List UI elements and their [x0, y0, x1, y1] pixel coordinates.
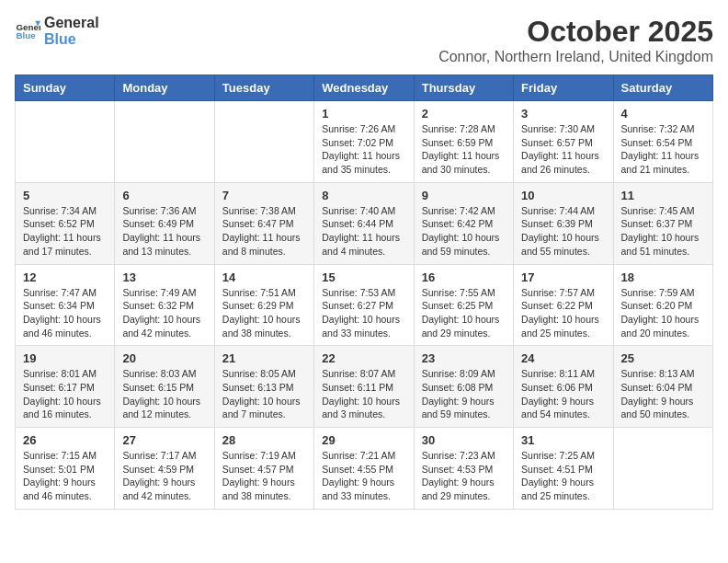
day-number: 29 — [322, 433, 405, 447]
day-number: 5 — [23, 189, 107, 202]
calendar-table: SundayMondayTuesdayWednesdayThursdayFrid… — [15, 75, 713, 510]
day-number: 22 — [322, 351, 405, 365]
header-thursday: Thursday — [414, 75, 513, 101]
calendar-cell: 18Sunrise: 7:59 AM Sunset: 6:20 PM Dayli… — [613, 264, 712, 346]
header-monday: Monday — [115, 75, 214, 101]
day-info: Sunrise: 7:59 AM Sunset: 6:20 PM Dayligh… — [621, 286, 705, 340]
calendar-body: 1Sunrise: 7:26 AM Sunset: 7:02 PM Daylig… — [16, 101, 713, 510]
calendar-cell — [16, 101, 115, 183]
week-row-5: 26Sunrise: 7:15 AM Sunset: 5:01 PM Dayli… — [16, 428, 713, 510]
header-row: SundayMondayTuesdayWednesdayThursdayFrid… — [16, 75, 713, 101]
day-info: Sunrise: 8:13 AM Sunset: 6:04 PM Dayligh… — [621, 367, 705, 421]
day-number: 24 — [521, 351, 605, 365]
day-info: Sunrise: 7:15 AM Sunset: 5:01 PM Dayligh… — [23, 449, 107, 503]
day-number: 25 — [621, 351, 705, 365]
day-number: 30 — [422, 433, 506, 447]
day-number: 9 — [422, 189, 506, 202]
calendar-subtitle: Connor, Northern Ireland, United Kingdom — [438, 49, 713, 65]
week-row-2: 5Sunrise: 7:34 AM Sunset: 6:52 PM Daylig… — [16, 182, 713, 264]
day-number: 12 — [23, 270, 107, 284]
day-number: 27 — [122, 433, 206, 447]
page-header: General Blue General Blue October 2025 C… — [15, 15, 713, 65]
week-row-4: 19Sunrise: 8:01 AM Sunset: 6:17 PM Dayli… — [16, 346, 713, 428]
day-info: Sunrise: 8:03 AM Sunset: 6:15 PM Dayligh… — [122, 367, 206, 421]
day-number: 17 — [521, 270, 605, 284]
header-friday: Friday — [514, 75, 613, 101]
calendar-cell — [115, 101, 214, 183]
day-info: Sunrise: 8:07 AM Sunset: 6:11 PM Dayligh… — [322, 367, 405, 421]
calendar-cell: 26Sunrise: 7:15 AM Sunset: 5:01 PM Dayli… — [16, 428, 115, 510]
logo: General Blue General Blue — [15, 15, 99, 47]
day-number: 6 — [122, 189, 206, 202]
day-number: 2 — [422, 107, 506, 121]
calendar-cell: 10Sunrise: 7:44 AM Sunset: 6:39 PM Dayli… — [514, 182, 613, 264]
calendar-cell: 22Sunrise: 8:07 AM Sunset: 6:11 PM Dayli… — [314, 346, 414, 428]
day-info: Sunrise: 7:19 AM Sunset: 4:57 PM Dayligh… — [222, 449, 306, 503]
calendar-cell: 30Sunrise: 7:23 AM Sunset: 4:53 PM Dayli… — [414, 428, 513, 510]
logo-text-blue: Blue — [44, 31, 99, 48]
day-info: Sunrise: 7:28 AM Sunset: 6:59 PM Dayligh… — [422, 122, 506, 177]
day-number: 1 — [322, 107, 405, 121]
day-info: Sunrise: 8:01 AM Sunset: 6:17 PM Dayligh… — [23, 367, 107, 421]
day-number: 3 — [521, 107, 605, 121]
logo-text-general: General — [44, 15, 99, 31]
day-number: 19 — [23, 351, 107, 365]
calendar-cell: 20Sunrise: 8:03 AM Sunset: 6:15 PM Dayli… — [115, 346, 214, 428]
day-info: Sunrise: 7:25 AM Sunset: 4:51 PM Dayligh… — [521, 449, 605, 503]
day-number: 16 — [422, 270, 506, 284]
calendar-cell: 12Sunrise: 7:47 AM Sunset: 6:34 PM Dayli… — [16, 264, 115, 346]
calendar-cell: 5Sunrise: 7:34 AM Sunset: 6:52 PM Daylig… — [16, 182, 115, 264]
calendar-cell: 15Sunrise: 7:53 AM Sunset: 6:27 PM Dayli… — [314, 264, 414, 346]
calendar-title: October 2025 — [438, 15, 713, 49]
day-info: Sunrise: 7:44 AM Sunset: 6:39 PM Dayligh… — [521, 204, 605, 259]
day-info: Sunrise: 7:36 AM Sunset: 6:49 PM Dayligh… — [122, 204, 206, 259]
calendar-cell: 27Sunrise: 7:17 AM Sunset: 4:59 PM Dayli… — [115, 428, 214, 510]
day-info: Sunrise: 7:32 AM Sunset: 6:54 PM Dayligh… — [621, 122, 705, 177]
calendar-cell: 23Sunrise: 8:09 AM Sunset: 6:08 PM Dayli… — [414, 346, 513, 428]
day-number: 31 — [521, 433, 605, 447]
day-number: 13 — [122, 270, 206, 284]
week-row-3: 12Sunrise: 7:47 AM Sunset: 6:34 PM Dayli… — [16, 264, 713, 346]
day-info: Sunrise: 7:17 AM Sunset: 4:59 PM Dayligh… — [122, 449, 206, 503]
day-number: 10 — [521, 189, 605, 202]
calendar-cell: 4Sunrise: 7:32 AM Sunset: 6:54 PM Daylig… — [613, 101, 712, 183]
header-wednesday: Wednesday — [314, 75, 414, 101]
calendar-cell: 7Sunrise: 7:38 AM Sunset: 6:47 PM Daylig… — [214, 182, 313, 264]
day-number: 8 — [322, 189, 405, 202]
day-info: Sunrise: 7:26 AM Sunset: 7:02 PM Dayligh… — [322, 122, 405, 177]
header-tuesday: Tuesday — [214, 75, 313, 101]
day-info: Sunrise: 7:53 AM Sunset: 6:27 PM Dayligh… — [322, 286, 405, 340]
day-info: Sunrise: 7:45 AM Sunset: 6:37 PM Dayligh… — [621, 204, 705, 259]
calendar-header: SundayMondayTuesdayWednesdayThursdayFrid… — [16, 75, 713, 101]
calendar-cell: 2Sunrise: 7:28 AM Sunset: 6:59 PM Daylig… — [414, 101, 513, 183]
calendar-cell: 16Sunrise: 7:55 AM Sunset: 6:25 PM Dayli… — [414, 264, 513, 346]
day-info: Sunrise: 7:40 AM Sunset: 6:44 PM Dayligh… — [322, 204, 405, 259]
title-section: October 2025 Connor, Northern Ireland, U… — [438, 15, 713, 65]
day-info: Sunrise: 7:34 AM Sunset: 6:52 PM Dayligh… — [23, 204, 107, 259]
week-row-1: 1Sunrise: 7:26 AM Sunset: 7:02 PM Daylig… — [16, 101, 713, 183]
day-info: Sunrise: 7:55 AM Sunset: 6:25 PM Dayligh… — [422, 286, 506, 340]
day-number: 11 — [621, 189, 705, 202]
day-number: 7 — [222, 189, 306, 202]
day-number: 4 — [621, 107, 705, 121]
day-number: 18 — [621, 270, 705, 284]
day-number: 14 — [222, 270, 306, 284]
day-info: Sunrise: 7:42 AM Sunset: 6:42 PM Dayligh… — [422, 204, 506, 259]
calendar-cell: 9Sunrise: 7:42 AM Sunset: 6:42 PM Daylig… — [414, 182, 513, 264]
calendar-cell: 13Sunrise: 7:49 AM Sunset: 6:32 PM Dayli… — [115, 264, 214, 346]
day-info: Sunrise: 7:51 AM Sunset: 6:29 PM Dayligh… — [222, 286, 306, 340]
day-info: Sunrise: 7:21 AM Sunset: 4:55 PM Dayligh… — [322, 449, 405, 503]
calendar-cell: 24Sunrise: 8:11 AM Sunset: 6:06 PM Dayli… — [514, 346, 613, 428]
day-info: Sunrise: 8:05 AM Sunset: 6:13 PM Dayligh… — [222, 367, 306, 421]
day-info: Sunrise: 7:49 AM Sunset: 6:32 PM Dayligh… — [122, 286, 206, 340]
day-info: Sunrise: 7:38 AM Sunset: 6:47 PM Dayligh… — [222, 204, 306, 259]
calendar-cell: 29Sunrise: 7:21 AM Sunset: 4:55 PM Dayli… — [314, 428, 414, 510]
day-info: Sunrise: 8:11 AM Sunset: 6:06 PM Dayligh… — [521, 367, 605, 421]
calendar-cell: 28Sunrise: 7:19 AM Sunset: 4:57 PM Dayli… — [214, 428, 313, 510]
day-number: 23 — [422, 351, 506, 365]
calendar-cell: 25Sunrise: 8:13 AM Sunset: 6:04 PM Dayli… — [613, 346, 712, 428]
header-saturday: Saturday — [613, 75, 712, 101]
day-info: Sunrise: 7:57 AM Sunset: 6:22 PM Dayligh… — [521, 286, 605, 340]
day-info: Sunrise: 8:09 AM Sunset: 6:08 PM Dayligh… — [422, 367, 506, 421]
calendar-cell: 19Sunrise: 8:01 AM Sunset: 6:17 PM Dayli… — [16, 346, 115, 428]
